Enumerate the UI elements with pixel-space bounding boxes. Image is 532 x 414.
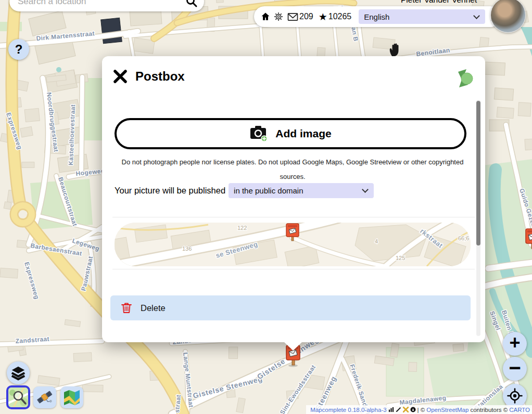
mapcomplete-logo-icon: [454, 69, 474, 88]
messages-count: 209: [299, 12, 313, 21]
trash-icon: [121, 302, 132, 314]
delete-button[interactable]: Delete: [110, 295, 471, 320]
add-image-button[interactable]: Add image: [115, 118, 466, 149]
contributor-stats-icon: [388, 407, 394, 412]
chevron-down-icon: [362, 186, 369, 193]
user-bar: 209 ★ 10265 English: [254, 6, 501, 27]
layers-button[interactable]: [7, 361, 30, 384]
carto-link[interactable]: CARTO: [509, 407, 530, 413]
map-style-osm-button-selected[interactable]: [6, 385, 30, 409]
folded-map-icon: [63, 389, 81, 406]
openstreetmap-link[interactable]: OpenStreetMap: [426, 407, 468, 413]
language-selected-value: English: [364, 12, 389, 21]
star-count: 10265: [328, 12, 352, 21]
license-select[interactable]: in the public domain: [229, 183, 374, 198]
mapcomplete-version-link[interactable]: Mapcomplete 0.18.0-alpha-3: [310, 407, 386, 413]
minimap-housenumber: 122: [237, 225, 247, 231]
star-icon: ★: [319, 12, 327, 22]
modal-scrollbar-thumb[interactable]: [476, 101, 480, 245]
crosshair-icon: [507, 388, 523, 404]
camera-plus-icon: [249, 125, 268, 142]
help-button[interactable]: ?: [8, 39, 29, 60]
search-bar[interactable]: [9, 0, 204, 11]
delete-label: Delete: [141, 303, 166, 313]
search-icon[interactable]: [185, 0, 198, 8]
messages-envelope-icon[interactable]: [287, 12, 298, 21]
home-icon[interactable]: [260, 11, 271, 22]
zoom-in-button[interactable]: +: [503, 332, 527, 356]
minimap-housenumber: 66;6: [458, 235, 469, 241]
satellite-icon: [36, 389, 54, 406]
license-prefix-text: Your picture will be published: [115, 186, 225, 196]
edit-pencil-icon: [396, 407, 401, 412]
image-disclaimer-text: Do not photograph people nor license pla…: [121, 155, 464, 184]
divider: [112, 217, 475, 217]
language-select[interactable]: English: [359, 9, 485, 24]
attribution-contributors: contributors ©: [470, 407, 508, 413]
chevron-down-icon: [473, 12, 480, 19]
popup-title: Postbox: [135, 69, 185, 84]
geolocate-button[interactable]: [503, 384, 527, 408]
map-style-carto-button[interactable]: [60, 386, 83, 408]
minimap-housenumber: 136: [182, 245, 192, 252]
popup-pointer: [284, 342, 302, 351]
divider: [112, 269, 475, 269]
mapillary-circle-icon: [410, 407, 416, 412]
minimap-housenumber: 4: [375, 238, 378, 244]
attribution-bar: Mapcomplete 0.18.0-alpha-3 | © OpenStree…: [306, 405, 532, 414]
postbox-popup: Postbox Add image Do not photograph peop…: [102, 56, 485, 342]
add-image-label: Add image: [275, 127, 331, 140]
license-row: Your picture will be published in the pu…: [115, 183, 374, 198]
attribution-separator: | ©: [417, 407, 425, 413]
map-style-satellite-button[interactable]: [33, 386, 56, 408]
help-label: ?: [15, 42, 23, 57]
username: Pieter Vander Vennet: [401, 0, 492, 5]
settings-gear-icon[interactable]: [274, 12, 283, 21]
layers-icon: [10, 365, 26, 381]
search-input[interactable]: [17, 0, 185, 7]
postbox-marker-partial[interactable]: [525, 228, 532, 251]
location-minimap[interactable]: 122 136 se Steenweg 125 4 rkstraat 66;6: [115, 223, 471, 266]
zoom-out-button[interactable]: −: [503, 357, 527, 381]
minimap-housenumber: 125: [396, 255, 405, 261]
close-icon[interactable]: [112, 69, 128, 84]
josm-x-icon: [403, 407, 409, 412]
license-selected-value: in the public domain: [234, 186, 303, 195]
